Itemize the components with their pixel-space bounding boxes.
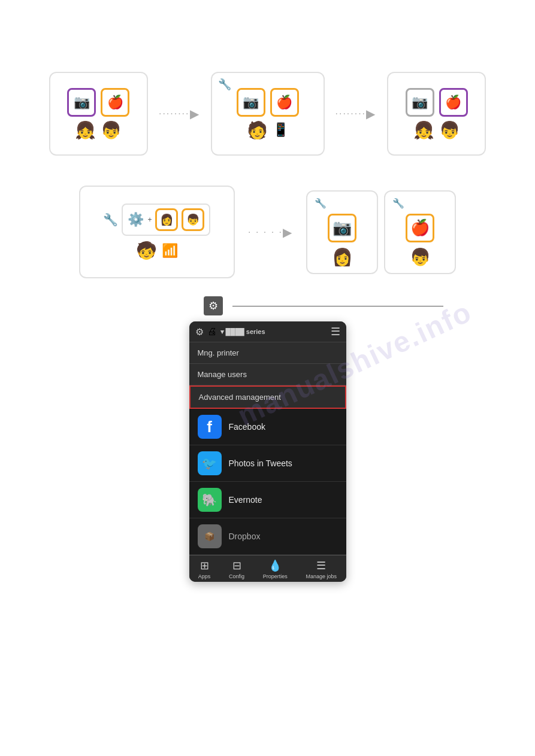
- camera-icon-purple: 📷: [67, 88, 96, 117]
- dropbox-app-icon: 📦: [198, 524, 222, 548]
- twitter-app-name: Photos in Tweets: [229, 459, 292, 468]
- gear-header-icon[interactable]: ⚙: [195, 326, 204, 338]
- evernote-app-name: Evernote: [229, 495, 262, 505]
- signal-combo: 📶: [162, 243, 178, 259]
- printer-header-icon: 🖨: [207, 326, 217, 337]
- config-footer-label: Config: [229, 573, 244, 579]
- properties-footer-icon: 💧: [268, 559, 282, 572]
- people-row-2: 🧑 📱: [247, 120, 289, 140]
- arrow-2: ········▶: [335, 107, 377, 121]
- arrow-3: · · · · ·▶: [248, 225, 293, 239]
- dropbox-app-name: Dropbox: [229, 532, 261, 541]
- two-small-boxes: 🔧 📷 👩 🔧 🍎 👦: [306, 190, 456, 274]
- gear-face-box: ⚙️ + 👩 👦: [122, 204, 210, 236]
- properties-footer-label: Properties: [263, 573, 288, 579]
- face-icon-2: 👦: [182, 208, 204, 231]
- icons-row-1: 📷 🍎: [67, 88, 129, 117]
- menu-advanced-management[interactable]: Advanced management: [189, 385, 346, 409]
- config-footer-icon: ⊟: [232, 559, 241, 572]
- apps-footer-label: Apps: [198, 573, 211, 579]
- wrench-sm-1: 🔧: [315, 198, 327, 209]
- person-man-2: 🧑: [247, 120, 268, 140]
- apple-icon-purple: 🍎: [439, 88, 468, 117]
- facebook-app-name: Facebook: [229, 422, 265, 432]
- menu-mng-printer[interactable]: Mng. printer: [189, 342, 346, 364]
- phone-header: ⚙ 🖨 ▾ ████ series ☰: [189, 321, 346, 342]
- combo-inner: 🔧 ⚙️ + 👩 👦: [103, 204, 210, 236]
- person-with-phone-3: 👦: [439, 120, 460, 140]
- people-row-3: 👧 👦: [413, 120, 460, 140]
- footer-config[interactable]: ⊟ Config: [229, 559, 244, 579]
- phone-section: ⚙ 🖨 ▾ ████ series ☰ Mng. printer Manage …: [0, 321, 535, 582]
- app-list: f Facebook 🐦 Photos in Tweets 🐘 Evernote…: [189, 409, 346, 555]
- plus-sign: +: [147, 215, 152, 224]
- wrench-sm-2: 🔧: [392, 198, 404, 209]
- wrench-icon-combo: 🔧: [103, 212, 118, 227]
- icons-row-2: 📷 🍎: [237, 88, 299, 117]
- bottom-diagram-row: 🔧 ⚙️ + 👩 👦 🧒 📶 · · · · ·▶ 🔧 📷 👩 🔧 🍎 👦: [0, 168, 535, 290]
- top-diagram-row: 📷 🍎 👧 👦 ········▶ 🔧 📷 🍎 🧑 📱 ········▶ 📷 …: [0, 0, 535, 168]
- camera-icon-orange: 📷: [237, 88, 265, 117]
- app-item-facebook[interactable]: f Facebook: [189, 409, 346, 445]
- gear-icon-combo: ⚙️: [128, 212, 144, 227]
- app-item-evernote[interactable]: 🐘 Evernote: [189, 482, 346, 518]
- apple-sm: 🍎: [406, 214, 434, 242]
- small-box-camera: 🔧 📷 👩: [306, 190, 378, 274]
- footer-properties[interactable]: 💧 Properties: [263, 559, 288, 579]
- phone-signal-2: 📱: [273, 122, 289, 138]
- apple-icon-orange2: 🍎: [270, 88, 299, 117]
- gear-divider-section: ⚙: [204, 296, 443, 315]
- arrow-1: ········▶: [159, 107, 200, 121]
- twitter-app-icon: 🐦: [198, 451, 222, 475]
- phone-header-left: ⚙ 🖨 ▾ ████ series: [195, 326, 265, 338]
- person-sm-1: 👩: [332, 247, 353, 267]
- small-box-apple: 🔧 🍎 👦: [384, 190, 456, 274]
- people-row-combo: 🧒 📶: [136, 241, 178, 260]
- phone-footer: ⊞ Apps ⊟ Config 💧 Properties ☰ Manage jo…: [189, 555, 346, 582]
- camera-icon-gray: 📷: [406, 88, 434, 117]
- face-icon-1: 👩: [155, 208, 178, 231]
- people-row-1: 👧 👦: [75, 120, 122, 140]
- app-item-twitter[interactable]: 🐦 Photos in Tweets: [189, 445, 346, 482]
- diagram-box-1: 📷 🍎 👧 👦: [49, 72, 148, 156]
- evernote-app-icon: 🐘: [198, 488, 222, 512]
- gear-badge-icon: ⚙: [208, 299, 218, 312]
- camera-sm: 📷: [328, 214, 356, 242]
- footer-apps[interactable]: ⊞ Apps: [198, 559, 211, 579]
- person-girl-1: 👧: [75, 120, 96, 140]
- person-sm-2: 👦: [410, 247, 431, 267]
- phone-menu: Mng. printer Manage users Advanced manag…: [189, 342, 346, 409]
- person-boy-1: 👦: [101, 120, 122, 140]
- icons-row-3: 📷 🍎: [406, 88, 468, 117]
- facebook-app-icon: f: [198, 415, 222, 439]
- printer-series-label: ▾ ████ series: [220, 328, 265, 336]
- person-child-combo: 🧒: [136, 241, 157, 260]
- divider-line: [232, 306, 443, 306]
- apps-footer-icon: ⊞: [200, 559, 209, 572]
- app-item-dropbox[interactable]: 📦 Dropbox: [189, 518, 346, 555]
- diagram-box-2: 🔧 📷 🍎 🧑 📱: [211, 72, 325, 156]
- person-girl-3: 👧: [413, 120, 434, 140]
- manage-jobs-footer-label: Manage jobs: [306, 573, 337, 579]
- menu-manage-users[interactable]: Manage users: [189, 364, 346, 385]
- phone-ui: ⚙ 🖨 ▾ ████ series ☰ Mng. printer Manage …: [189, 321, 346, 582]
- gear-settings-badge: ⚙: [204, 296, 223, 315]
- diagram-box-3: 📷 🍎 👧 👦: [387, 72, 486, 156]
- footer-manage-jobs[interactable]: ☰ Manage jobs: [306, 559, 337, 579]
- apple-icon-orange: 🍎: [101, 88, 129, 117]
- manage-jobs-footer-icon: ☰: [316, 559, 326, 572]
- diagram-box-combo: 🔧 ⚙️ + 👩 👦 🧒 📶: [79, 186, 235, 278]
- hamburger-icon[interactable]: ☰: [331, 325, 340, 338]
- wrench-icon-top: 🔧: [218, 78, 231, 91]
